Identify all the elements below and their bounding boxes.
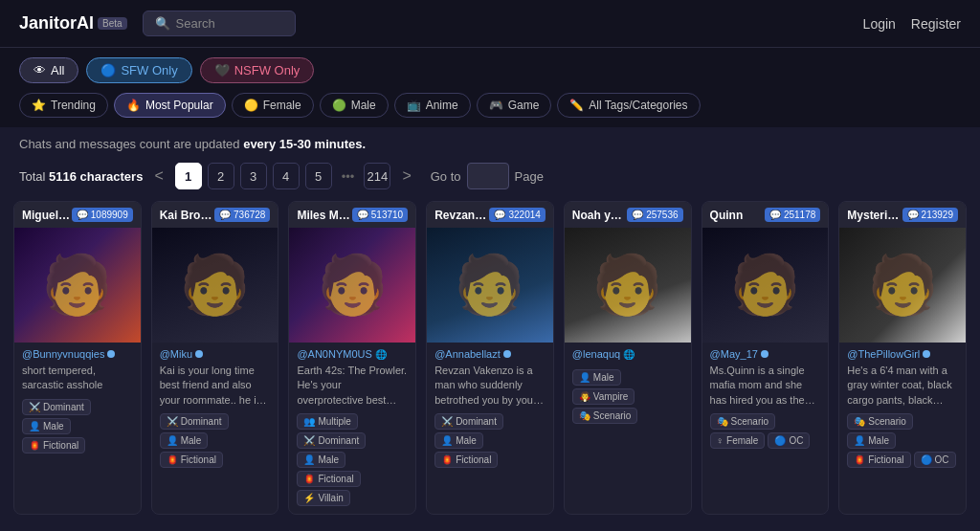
search-icon: 🔍 [155, 16, 170, 31]
card-image: 🧑 [565, 228, 691, 343]
card-tags: 🎭 Scenario 👤 Male 🏮 Fictional 🔵 OC [847, 413, 958, 468]
tag-icon: 👥 [303, 416, 315, 427]
card-author: @Annabellazt [434, 348, 546, 360]
tag-icon: 👤 [854, 435, 865, 446]
tag: 🏮 Fictional [22, 437, 85, 454]
page-2-button[interactable]: 2 [208, 163, 234, 189]
total-value: 5116 characters [49, 169, 143, 184]
tag: 🎭 Scenario [710, 413, 775, 430]
card-4[interactable]: Noah your roommate 💬 257536 🧑 @lenaquq 🌐… [564, 201, 692, 515]
tag-icon: 👤 [441, 435, 453, 446]
update-info: Chats and messages count are updated eve… [19, 137, 366, 151]
page-1-button[interactable]: 1 [175, 163, 202, 189]
tag-label: Male [868, 435, 889, 446]
tag-label: Dominant [43, 402, 84, 412]
page-3-button[interactable]: 3 [240, 163, 267, 189]
chat-icon: 💬 [357, 210, 368, 220]
page-last-button[interactable]: 214 [364, 163, 390, 189]
cat-trending[interactable]: ⭐ Trending [19, 93, 108, 118]
cards-section: Miguel O'Hara 💬 1089909 🧑 @Bunnyvnuqqies… [0, 201, 980, 531]
tag: 👤 Male [434, 432, 483, 449]
card-6[interactable]: Mysterious Hunter 💬 213929 🧑 @ThePillowG… [838, 201, 967, 515]
chat-icon: 💬 [907, 210, 919, 220]
search-bar[interactable]: 🔍 Search [143, 11, 296, 36]
card-body: @Annabellazt Revzan Vakenzo is a man who… [427, 343, 553, 476]
cat-game[interactable]: 🎮 Game [477, 93, 552, 118]
tag-icon: ⚔️ [441, 416, 453, 427]
page-4-button[interactable]: 4 [273, 163, 300, 189]
goto-input[interactable] [467, 163, 509, 189]
tag: 🏮 Fictional [160, 452, 223, 468]
tag: 👥 Multiple [297, 413, 357, 430]
card-author: @Bunnyvnuqqies [22, 348, 133, 360]
tag-icon: 🎭 [717, 416, 728, 427]
filter-sfw[interactable]: 🔵 SFW Only [86, 57, 191, 83]
card-desc: Kai is your long time best friend and al… [160, 364, 271, 408]
character-figure: 🧑 [454, 256, 525, 314]
filter-all-label: All [51, 63, 64, 77]
card-5[interactable]: Quinn 💬 251178 🧑 @May_17 Ms.Quinn is a s… [702, 201, 830, 515]
card-desc: short tempered, sarcastic asshole [22, 364, 133, 393]
card-author: @May_17 [710, 348, 821, 360]
card-name: Miles Morales [297, 209, 351, 222]
verified-icon [761, 350, 768, 358]
cat-anime[interactable]: 📺 Anime [394, 93, 471, 118]
tag-label: Male [181, 435, 202, 446]
tag-label: Dominant [318, 435, 359, 446]
tag-icon: ⚡ [303, 493, 315, 503]
pencil-icon: ✏️ [569, 99, 584, 112]
card-desc: Earth 42s: The Prowler. He's your overpr… [297, 364, 408, 408]
card-2[interactable]: Miles Morales 💬 513710 🧑 @AN0NYM0US 🌐 Ea… [288, 201, 416, 515]
game-icon: 🎮 [489, 99, 503, 112]
cat-popular[interactable]: 🔥 Most Popular [114, 93, 226, 118]
tag: 🔵 OC [768, 432, 810, 449]
tag: 👤 Male [572, 369, 621, 386]
chat-count: 💬 513710 [352, 208, 408, 222]
card-3[interactable]: Revzan Vakenzo 💬 322014 🧑 @Annabellazt R… [426, 201, 554, 515]
header: JanitorAI Beta 🔍 Search Login Register [0, 0, 980, 48]
fire-icon: 🔥 [126, 99, 141, 112]
tag-label: OC [789, 435, 803, 446]
page-dots: ••• [338, 169, 359, 184]
cat-male-label: Male [351, 99, 376, 112]
card-tags: 👤 Male 🧛 Vampire 🎭 Scenario [572, 369, 683, 424]
cat-all-tags[interactable]: ✏️ All Tags/Categories [557, 93, 700, 118]
card-author: @ThePillowGirl [847, 348, 958, 360]
card-0[interactable]: Miguel O'Hara 💬 1089909 🧑 @Bunnyvnuqqies… [13, 201, 142, 515]
filter-nsfw[interactable]: 🖤 NSFW Only [200, 57, 315, 83]
card-tags: 🎭 Scenario ♀️ Female 🔵 OC [710, 413, 821, 449]
card-image: 🧑 [427, 228, 553, 343]
chat-icon: 💬 [77, 210, 88, 220]
tag-icon: 🏮 [29, 440, 40, 451]
chat-icon: 💬 [769, 210, 781, 220]
tag: 👤 Male [160, 432, 209, 449]
prev-page-button[interactable]: < [148, 166, 168, 187]
tag-icon: ♀️ [717, 435, 724, 446]
image-placeholder: 🧑 [565, 228, 691, 343]
logo-beta: Beta [98, 17, 127, 30]
character-figure: 🧑 [729, 256, 801, 314]
tag: ♀️ Female [710, 432, 766, 449]
card-image: 🧑 [289, 228, 415, 343]
filter-all[interactable]: 👁 All [19, 57, 78, 83]
cat-male[interactable]: 🟢 Male [320, 93, 389, 118]
page-5-button[interactable]: 5 [305, 163, 332, 189]
tag: 👤 Male [22, 418, 71, 434]
tag-icon: 👤 [29, 421, 40, 431]
register-button[interactable]: Register [911, 16, 961, 32]
card-header: Kai Brown 💬 736728 [152, 202, 278, 228]
globe-icon: 🌐 [623, 349, 635, 360]
filter-section: 👁 All 🔵 SFW Only 🖤 NSFW Only ⭐ Trending … [0, 48, 980, 127]
next-page-button[interactable]: > [396, 166, 416, 187]
tag: 🏮 Fictional [297, 471, 360, 487]
header-right: Login Register [863, 16, 961, 32]
tag-label: Fictional [43, 440, 78, 451]
nsfw-icon: 🖤 [214, 63, 230, 77]
chat-count: 💬 322014 [489, 208, 545, 222]
card-1[interactable]: Kai Brown 💬 736728 🧑 @Miku Kai is your l… [151, 201, 279, 515]
cards-grid: Miguel O'Hara 💬 1089909 🧑 @Bunnyvnuqqies… [13, 201, 967, 515]
tag-icon: 🏮 [303, 474, 315, 484]
cat-female[interactable]: 🟡 Female [232, 93, 314, 118]
character-figure: 🧑 [867, 256, 939, 314]
login-button[interactable]: Login [863, 16, 896, 32]
